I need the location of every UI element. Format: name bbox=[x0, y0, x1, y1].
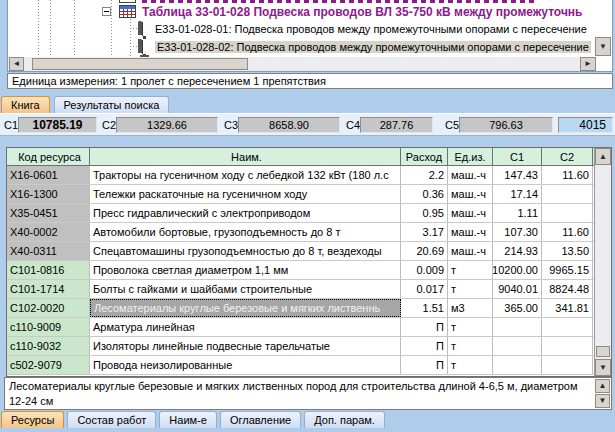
cell-resource-code[interactable]: с110-9032 bbox=[7, 337, 90, 355]
tab-work-composition[interactable]: Состав работ bbox=[67, 411, 156, 428]
cell-quantity[interactable]: 0.017 bbox=[401, 280, 448, 298]
tab-contents[interactable]: Оглавление bbox=[220, 411, 301, 428]
cell-resource-name[interactable]: Провода неизолированные bbox=[90, 356, 401, 374]
tab-extra-params[interactable]: Доп. парам. bbox=[304, 411, 385, 428]
table-row[interactable]: Х40-0311 Спецавтомашины грузоподъемность… bbox=[7, 242, 611, 261]
cell-c2[interactable] bbox=[542, 337, 593, 355]
cell-unit[interactable]: т bbox=[448, 261, 493, 279]
cell-resource-code[interactable]: Х35-0451 bbox=[7, 204, 90, 222]
cell-c2[interactable]: 8824.48 bbox=[542, 280, 593, 298]
col-header-c1[interactable]: С1 bbox=[493, 148, 542, 165]
cell-resource-code[interactable]: Х40-0002 bbox=[7, 223, 90, 241]
cell-resource-name[interactable]: Тракторы на гусеничном ходу с лебедкой 1… bbox=[90, 166, 401, 184]
cell-c1[interactable]: 365.00 bbox=[493, 299, 542, 317]
table-row[interactable]: Х35-0451 Пресс гидравлический с электроп… bbox=[7, 204, 611, 223]
col-header-unit[interactable]: Ед.из. bbox=[448, 148, 493, 165]
cell-c1[interactable]: 9040.01 bbox=[493, 280, 542, 298]
cell-quantity[interactable]: 3.17 bbox=[401, 223, 448, 241]
cell-quantity[interactable]: П bbox=[401, 318, 448, 336]
cell-c2[interactable] bbox=[542, 318, 593, 336]
table-row[interactable]: с502-9079 Провода неизолированные П т bbox=[7, 356, 611, 375]
cell-resource-code[interactable]: Х40-0311 bbox=[7, 242, 90, 260]
tree-node-table[interactable]: Таблица 33-01-028 Подвеска проводов ВЛ 3… bbox=[8, 3, 612, 21]
cell-c2[interactable]: 11.60 bbox=[542, 223, 593, 241]
cell-c2[interactable] bbox=[542, 185, 593, 203]
scroll-down-button[interactable]: ▼ bbox=[595, 359, 611, 376]
cell-c2[interactable]: 11.60 bbox=[542, 166, 593, 184]
cell-c1[interactable]: 10200.00 bbox=[493, 261, 542, 279]
cell-unit[interactable]: маш.-ч bbox=[448, 185, 493, 203]
vscrollbar-thumb[interactable] bbox=[596, 346, 610, 357]
table-row[interactable]: С102-0020 Лесоматериалы круглые березовы… bbox=[7, 299, 611, 318]
collapse-minus-icon[interactable] bbox=[102, 7, 111, 16]
cell-resource-code[interactable]: Х16-0601 bbox=[7, 166, 90, 184]
cell-c1[interactable]: 147.43 bbox=[493, 166, 542, 184]
cell-c2[interactable] bbox=[542, 356, 593, 374]
cell-quantity[interactable]: 0.36 bbox=[401, 185, 448, 203]
col-header-code[interactable]: Код ресурса bbox=[7, 148, 90, 165]
cell-unit[interactable]: маш.-ч bbox=[448, 223, 493, 241]
cell-resource-code[interactable]: С102-0020 bbox=[7, 299, 90, 317]
cell-resource-name[interactable]: Арматура линейная bbox=[90, 318, 401, 336]
col-header-c2[interactable]: С2 bbox=[542, 148, 593, 165]
cell-quantity[interactable]: 0.009 bbox=[401, 261, 448, 279]
cell-unit[interactable]: т bbox=[448, 337, 493, 355]
cell-resource-name[interactable]: Автомобили бортовые, грузоподъемность до… bbox=[90, 223, 401, 241]
cell-resource-code[interactable]: С101-0816 bbox=[7, 261, 90, 279]
tree-node-norm[interactable]: Е33-01-028-01: Подвеска проводов между п… bbox=[8, 21, 612, 39]
scroll-up-button[interactable]: ▲ bbox=[595, 148, 611, 165]
cell-unit[interactable]: т bbox=[448, 318, 493, 336]
table-row[interactable]: С101-0816 Проволока светлая диаметром 1,… bbox=[7, 261, 611, 280]
cell-c1[interactable] bbox=[493, 356, 542, 374]
cell-quantity[interactable]: 0.95 bbox=[401, 204, 448, 222]
tab-book[interactable]: Книга bbox=[1, 96, 50, 113]
table-row[interactable]: Х40-0002 Автомобили бортовые, грузоподъе… bbox=[7, 223, 611, 242]
table-row[interactable]: с110-9009 Арматура линейная П т bbox=[7, 318, 611, 337]
cell-c1[interactable] bbox=[493, 318, 542, 336]
cell-resource-name[interactable]: Пресс гидравлический с электроприводом bbox=[90, 204, 401, 222]
cell-c1[interactable]: 17.14 bbox=[493, 185, 542, 203]
tree-node-norm[interactable]: Е33-01-028-02: Подвеска проводов между п… bbox=[8, 39, 612, 57]
cell-quantity[interactable]: 2.2 bbox=[401, 166, 448, 184]
scroll-down-button[interactable]: ▼ bbox=[595, 37, 611, 56]
cell-resource-code[interactable]: С101-1714 bbox=[7, 280, 90, 298]
cell-quantity[interactable]: П bbox=[401, 356, 448, 374]
cell-c1[interactable]: 107.30 bbox=[493, 223, 542, 241]
cell-c1[interactable] bbox=[493, 337, 542, 355]
cell-resource-code[interactable]: Х16-1300 bbox=[7, 185, 90, 203]
cell-quantity[interactable]: П bbox=[401, 337, 448, 355]
cell-c2[interactable]: 341.81 bbox=[542, 299, 593, 317]
cell-c1[interactable]: 214.93 bbox=[493, 242, 542, 260]
scroll-left-button[interactable]: ◄ bbox=[9, 57, 24, 71]
table-row[interactable]: Х16-1300 Тележки раскаточные на гусеничн… bbox=[7, 185, 611, 204]
tree-item-label[interactable]: Е33-01-028-01: Подвеска проводов между п… bbox=[155, 23, 587, 35]
cell-resource-code[interactable]: с502-9079 bbox=[7, 356, 90, 374]
cell-resource-name[interactable]: Болты с гайками и шайбами строительные bbox=[90, 280, 401, 298]
cell-quantity[interactable]: 1.51 bbox=[401, 299, 448, 317]
tab-search-results[interactable]: Результаты поиска bbox=[54, 96, 170, 113]
cell-unit[interactable]: маш.-ч bbox=[448, 242, 493, 260]
table-row[interactable]: Х16-0601 Тракторы на гусеничном ходу с л… bbox=[7, 166, 611, 185]
cell-c2[interactable] bbox=[542, 204, 593, 222]
cell-unit[interactable]: т bbox=[448, 356, 493, 374]
scroll-down-button[interactable]: ▼ bbox=[595, 394, 610, 408]
tree-item-label-selected[interactable]: Е33-01-028-02: Подвеска проводов между п… bbox=[155, 41, 591, 53]
tree-table-heading[interactable]: Таблица 33-01-028 Подвеска проводов ВЛ 3… bbox=[142, 5, 583, 19]
tab-name[interactable]: Наим-е bbox=[159, 411, 217, 428]
col-header-name[interactable]: Наим. bbox=[90, 148, 401, 165]
hscrollbar-thumb[interactable] bbox=[32, 58, 248, 70]
cell-unit[interactable]: т bbox=[448, 280, 493, 298]
cell-unit[interactable]: м3 bbox=[448, 299, 493, 317]
cell-resource-code[interactable]: с110-9009 bbox=[7, 318, 90, 336]
scroll-right-button[interactable]: ► bbox=[580, 57, 596, 71]
cell-resource-name[interactable]: Изоляторы линейные подвесные тарельчатые bbox=[90, 337, 401, 355]
scroll-up-button[interactable]: ▲ bbox=[595, 379, 610, 393]
cell-resource-name[interactable]: Тележки раскаточные на гусеничном ходу bbox=[90, 185, 401, 203]
cell-resource-name[interactable]: Спецавтомашины грузоподъемностью до 8 т,… bbox=[90, 242, 401, 260]
cell-resource-name[interactable]: Проволока светлая диаметром 1,1 мм bbox=[90, 261, 401, 279]
cell-resource-name[interactable]: Лесоматериалы круглые березовые и мягких… bbox=[90, 299, 401, 317]
col-header-qty[interactable]: Расход bbox=[401, 148, 448, 165]
cell-c2[interactable]: 13.50 bbox=[542, 242, 593, 260]
table-row[interactable]: с110-9032 Изоляторы линейные подвесные т… bbox=[7, 337, 611, 356]
cell-unit[interactable]: маш.-ч bbox=[448, 166, 493, 184]
